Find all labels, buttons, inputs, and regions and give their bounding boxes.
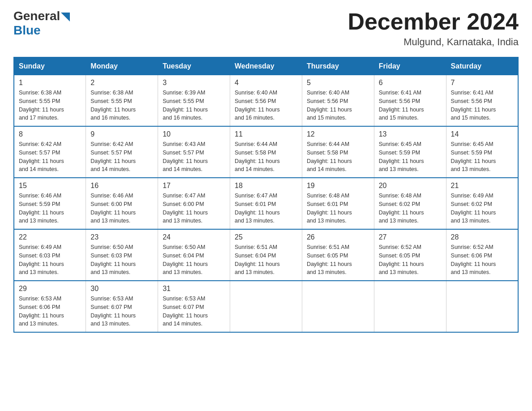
calendar-cell: 11 Sunrise: 6:44 AMSunset: 5:58 PMDaylig… (230, 126, 302, 178)
header-wednesday: Wednesday (230, 57, 302, 75)
day-number: 6 (379, 79, 442, 87)
calendar-cell: 4 Sunrise: 6:40 AMSunset: 5:56 PMDayligh… (230, 75, 302, 127)
header-sunday: Sunday (14, 57, 86, 75)
day-info: Sunrise: 6:44 AMSunset: 5:58 PMDaylight:… (235, 141, 280, 172)
calendar-week-5: 29 Sunrise: 6:53 AMSunset: 6:06 PMDaylig… (14, 281, 518, 332)
calendar-cell: 21 Sunrise: 6:49 AMSunset: 6:02 PMDaylig… (446, 178, 518, 229)
day-number: 5 (307, 79, 369, 87)
header-saturday: Saturday (446, 57, 518, 75)
page-header: General Blue December 2024 Mulgund, Karn… (13, 9, 519, 48)
calendar-cell: 10 Sunrise: 6:43 AMSunset: 5:57 PMDaylig… (158, 126, 230, 178)
day-number: 31 (163, 285, 225, 293)
calendar-cell: 8 Sunrise: 6:42 AMSunset: 5:57 PMDayligh… (14, 126, 86, 178)
calendar-cell: 15 Sunrise: 6:46 AMSunset: 5:59 PMDaylig… (14, 178, 86, 229)
day-info: Sunrise: 6:51 AMSunset: 6:05 PMDaylight:… (307, 244, 352, 275)
day-info: Sunrise: 6:45 AMSunset: 5:59 PMDaylight:… (451, 141, 496, 172)
day-info: Sunrise: 6:48 AMSunset: 6:02 PMDaylight:… (379, 193, 424, 224)
day-info: Sunrise: 6:40 AMSunset: 5:56 PMDaylight:… (235, 90, 280, 121)
day-number: 8 (19, 130, 81, 138)
day-number: 24 (163, 233, 225, 241)
calendar-cell: 27 Sunrise: 6:52 AMSunset: 6:05 PMDaylig… (374, 229, 446, 281)
day-number: 23 (90, 233, 153, 241)
day-number: 29 (19, 285, 81, 293)
calendar-week-4: 22 Sunrise: 6:49 AMSunset: 6:03 PMDaylig… (14, 229, 518, 281)
calendar-week-2: 8 Sunrise: 6:42 AMSunset: 5:57 PMDayligh… (14, 126, 518, 178)
day-info: Sunrise: 6:39 AMSunset: 5:55 PMDaylight:… (163, 90, 208, 121)
day-number: 16 (90, 182, 153, 190)
calendar-cell: 12 Sunrise: 6:44 AMSunset: 5:58 PMDaylig… (302, 126, 374, 178)
day-number: 4 (235, 79, 297, 87)
calendar-cell: 6 Sunrise: 6:41 AMSunset: 5:56 PMDayligh… (374, 75, 446, 127)
day-info: Sunrise: 6:40 AMSunset: 5:56 PMDaylight:… (307, 90, 352, 121)
day-number: 26 (307, 233, 369, 241)
calendar-cell: 22 Sunrise: 6:49 AMSunset: 6:03 PMDaylig… (14, 229, 86, 281)
day-number: 1 (19, 79, 81, 87)
day-number: 15 (19, 182, 81, 190)
calendar-table: Sunday Monday Tuesday Wednesday Thursday… (13, 57, 519, 333)
title-area: December 2024 Mulgund, Karnataka, India (348, 9, 519, 48)
calendar-cell: 29 Sunrise: 6:53 AMSunset: 6:06 PMDaylig… (14, 281, 86, 332)
calendar-cell: 17 Sunrise: 6:47 AMSunset: 6:00 PMDaylig… (158, 178, 230, 229)
calendar-cell: 13 Sunrise: 6:45 AMSunset: 5:59 PMDaylig… (374, 126, 446, 178)
day-info: Sunrise: 6:52 AMSunset: 6:06 PMDaylight:… (451, 244, 496, 275)
month-title: December 2024 (348, 9, 519, 34)
day-info: Sunrise: 6:46 AMSunset: 5:59 PMDaylight:… (19, 193, 64, 224)
calendar-cell: 7 Sunrise: 6:41 AMSunset: 5:56 PMDayligh… (446, 75, 518, 127)
day-number: 28 (451, 233, 513, 241)
calendar-cell (446, 281, 518, 332)
calendar-cell: 3 Sunrise: 6:39 AMSunset: 5:55 PMDayligh… (158, 75, 230, 127)
calendar-cell (374, 281, 446, 332)
calendar-cell: 30 Sunrise: 6:53 AMSunset: 6:07 PMDaylig… (86, 281, 158, 332)
day-number: 17 (163, 182, 225, 190)
calendar-cell: 14 Sunrise: 6:45 AMSunset: 5:59 PMDaylig… (446, 126, 518, 178)
day-info: Sunrise: 6:45 AMSunset: 5:59 PMDaylight:… (379, 141, 424, 172)
day-number: 14 (451, 130, 513, 138)
day-info: Sunrise: 6:42 AMSunset: 5:57 PMDaylight:… (90, 141, 136, 172)
day-number: 19 (307, 182, 369, 190)
day-info: Sunrise: 6:47 AMSunset: 6:01 PMDaylight:… (235, 193, 280, 224)
calendar-cell: 24 Sunrise: 6:50 AMSunset: 6:04 PMDaylig… (158, 229, 230, 281)
calendar-cell: 1 Sunrise: 6:38 AMSunset: 5:55 PMDayligh… (14, 75, 86, 127)
calendar-week-3: 15 Sunrise: 6:46 AMSunset: 5:59 PMDaylig… (14, 178, 518, 229)
day-info: Sunrise: 6:51 AMSunset: 6:04 PMDaylight:… (235, 244, 280, 275)
day-info: Sunrise: 6:52 AMSunset: 6:05 PMDaylight:… (379, 244, 424, 275)
day-number: 11 (235, 130, 297, 138)
header-monday: Monday (86, 57, 158, 75)
day-info: Sunrise: 6:41 AMSunset: 5:56 PMDaylight:… (379, 90, 424, 121)
day-info: Sunrise: 6:53 AMSunset: 6:06 PMDaylight:… (19, 295, 64, 327)
day-info: Sunrise: 6:53 AMSunset: 6:07 PMDaylight:… (90, 295, 136, 327)
calendar-cell: 2 Sunrise: 6:38 AMSunset: 5:55 PMDayligh… (86, 75, 158, 127)
day-info: Sunrise: 6:50 AMSunset: 6:04 PMDaylight:… (163, 244, 208, 275)
day-info: Sunrise: 6:38 AMSunset: 5:55 PMDaylight:… (90, 90, 136, 121)
logo-top-row: General (13, 9, 70, 23)
day-number: 21 (451, 182, 513, 190)
day-info: Sunrise: 6:49 AMSunset: 6:03 PMDaylight:… (19, 244, 64, 275)
calendar-cell: 31 Sunrise: 6:53 AMSunset: 6:07 PMDaylig… (158, 281, 230, 332)
day-number: 7 (451, 79, 513, 87)
header-tuesday: Tuesday (158, 57, 230, 75)
day-info: Sunrise: 6:53 AMSunset: 6:07 PMDaylight:… (163, 295, 208, 327)
day-info: Sunrise: 6:42 AMSunset: 5:57 PMDaylight:… (19, 141, 64, 172)
calendar-cell: 18 Sunrise: 6:47 AMSunset: 6:01 PMDaylig… (230, 178, 302, 229)
day-number: 10 (163, 130, 225, 138)
day-number: 3 (163, 79, 225, 87)
day-info: Sunrise: 6:41 AMSunset: 5:56 PMDaylight:… (451, 90, 496, 121)
day-info: Sunrise: 6:46 AMSunset: 6:00 PMDaylight:… (90, 193, 136, 224)
logo: General Blue (13, 9, 70, 38)
logo-general-text: General (13, 9, 60, 23)
logo-triangle-icon (61, 13, 70, 21)
header-friday: Friday (374, 57, 446, 75)
calendar-cell: 9 Sunrise: 6:42 AMSunset: 5:57 PMDayligh… (86, 126, 158, 178)
day-number: 18 (235, 182, 297, 190)
calendar-cell: 19 Sunrise: 6:48 AMSunset: 6:01 PMDaylig… (302, 178, 374, 229)
calendar-cell: 5 Sunrise: 6:40 AMSunset: 5:56 PMDayligh… (302, 75, 374, 127)
calendar-cell: 16 Sunrise: 6:46 AMSunset: 6:00 PMDaylig… (86, 178, 158, 229)
day-info: Sunrise: 6:48 AMSunset: 6:01 PMDaylight:… (307, 193, 352, 224)
day-number: 27 (379, 233, 442, 241)
header-thursday: Thursday (302, 57, 374, 75)
day-number: 25 (235, 233, 297, 241)
calendar-week-1: 1 Sunrise: 6:38 AMSunset: 5:55 PMDayligh… (14, 75, 518, 127)
calendar-cell: 28 Sunrise: 6:52 AMSunset: 6:06 PMDaylig… (446, 229, 518, 281)
calendar-header-row: Sunday Monday Tuesday Wednesday Thursday… (14, 57, 518, 75)
logo-container: General Blue (13, 9, 70, 38)
